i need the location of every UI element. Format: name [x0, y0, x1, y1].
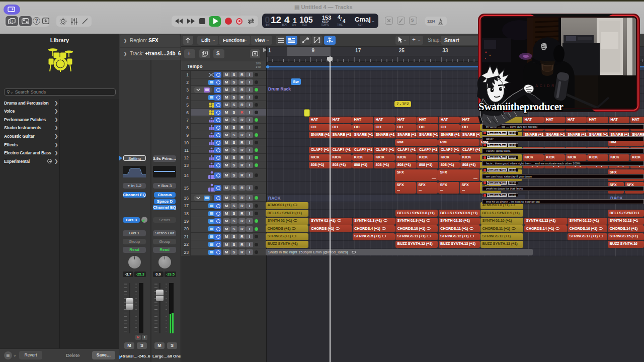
svg-text:♪: ♪ [12, 19, 14, 23]
